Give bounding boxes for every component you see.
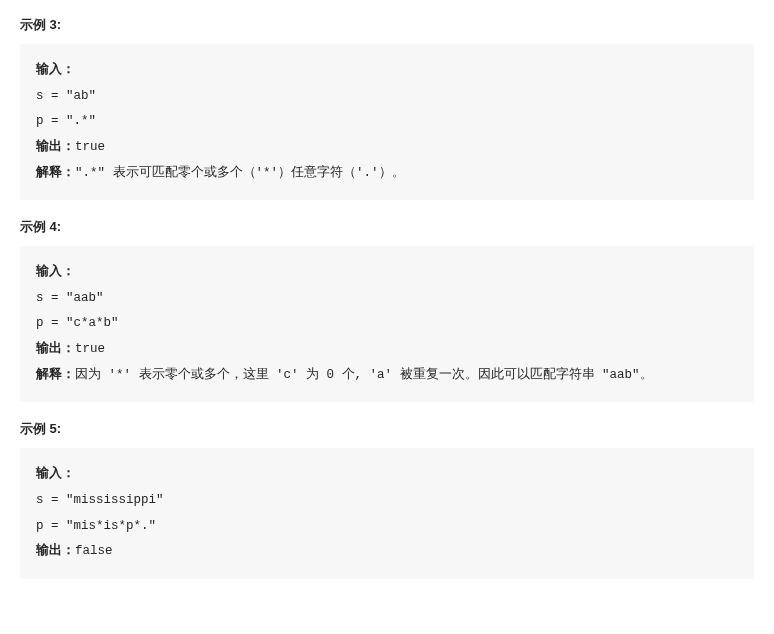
explain-label: 解释： — [36, 166, 75, 180]
output-value: false — [75, 544, 113, 558]
input-label: 输入： — [36, 467, 75, 481]
explain-value: ".*" 表示可匹配零个或多个（'*'）任意字符（'.'）。 — [75, 166, 405, 180]
input-s: s = "ab" — [36, 89, 96, 103]
output-value: true — [75, 342, 105, 356]
input-s: s = "aab" — [36, 291, 104, 305]
example-title: 示例 4: — [20, 218, 754, 236]
code-block: 输入： s = "ab" p = ".*" 输出：true 解释：".*" 表示… — [20, 44, 754, 200]
code-block: 输入： s = "aab" p = "c*a*b" 输出：true 解释：因为 … — [20, 246, 754, 402]
output-value: true — [75, 140, 105, 154]
input-p: p = "c*a*b" — [36, 316, 119, 330]
input-p: p = ".*" — [36, 114, 96, 128]
input-label: 输入： — [36, 63, 75, 77]
input-s: s = "mississippi" — [36, 493, 164, 507]
output-label: 输出： — [36, 342, 75, 356]
explain-label: 解释： — [36, 368, 75, 382]
code-block: 输入： s = "mississippi" p = "mis*is*p*." 输… — [20, 448, 754, 579]
explain-value: 因为 '*' 表示零个或多个，这里 'c' 为 0 个, 'a' 被重复一次。因… — [75, 368, 653, 382]
example-title: 示例 5: — [20, 420, 754, 438]
input-label: 输入： — [36, 265, 75, 279]
output-label: 输出： — [36, 140, 75, 154]
input-p: p = "mis*is*p*." — [36, 519, 156, 533]
example-title: 示例 3: — [20, 16, 754, 34]
examples-container: 示例 3: 输入： s = "ab" p = ".*" 输出：true 解释："… — [0, 16, 774, 617]
output-label: 输出： — [36, 544, 75, 558]
